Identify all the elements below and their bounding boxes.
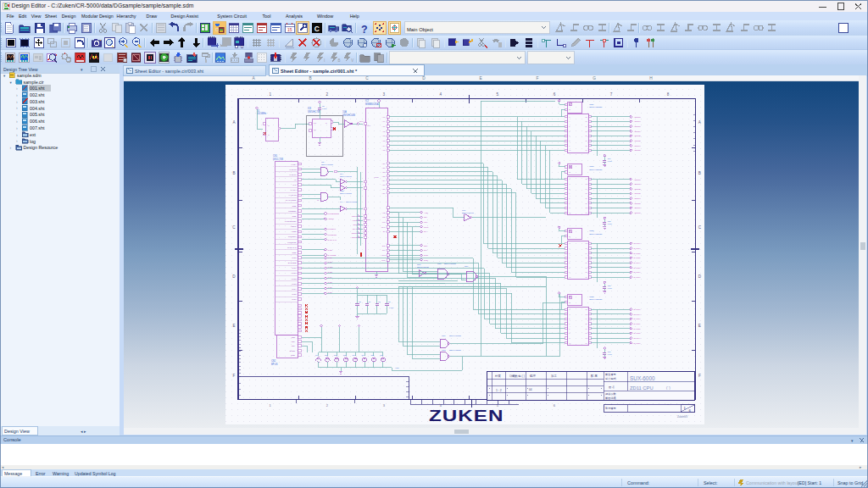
svg-text:B: B <box>309 76 311 80</box>
svg-text:材質: 材質 <box>494 374 501 378</box>
svg-text:DAT11*: DAT11* <box>633 323 640 325</box>
svg-text:1 : 2: 1 : 2 <box>496 389 502 392</box>
svg-text:C-D3: C-D3 <box>328 271 333 273</box>
svg-text:製図流通: 製図流通 <box>605 396 616 400</box>
svg-text:HHS-T3: HHS-T3 <box>289 169 297 170</box>
svg-text:WAIT-CONT: WAIT-CONT <box>286 199 297 201</box>
svg-text:C-D8: C-D8 <box>328 249 333 251</box>
svg-text:C-D2: C-D2 <box>328 266 333 268</box>
svg-text:C-D3: C-D3 <box>292 283 297 285</box>
svg-text:[ED] Start: 1: [ED] Start: 1 <box>798 480 821 485</box>
svg-text:X1: X1 <box>257 109 260 113</box>
svg-text:Analysis: Analysis <box>286 14 303 19</box>
svg-text:PWRDLJ: PWRDLJ <box>328 228 336 230</box>
svg-text:5: 5 <box>569 318 570 319</box>
svg-text:ADR06*: ADR06* <box>633 207 641 209</box>
svg-text:G: G <box>268 134 270 136</box>
svg-text:ADR10*: ADR10* <box>633 125 641 128</box>
svg-text:Snap to Grid: Snap to Grid <box>837 480 863 485</box>
svg-text:006.sht: 006.sht <box>30 119 45 124</box>
svg-text:GND: GND <box>292 215 296 217</box>
svg-text:Select:: Select: <box>704 480 717 485</box>
svg-text:Draw: Draw <box>147 14 158 19</box>
svg-text:DAT06*: DAT06* <box>633 271 640 274</box>
svg-text:RSTIN: RSTIN <box>352 215 358 217</box>
svg-text:?: ? <box>361 24 368 36</box>
svg-text:C: C <box>314 25 320 33</box>
svg-text:IC20: IC20 <box>589 103 594 106</box>
svg-text:5: 5 <box>569 188 570 190</box>
svg-text:◂ ▸: ◂ ▸ <box>81 429 86 434</box>
svg-text:ADR04*: ADR04* <box>633 197 641 200</box>
svg-text:18: 18 <box>586 207 587 208</box>
svg-text:14: 14 <box>586 188 587 190</box>
svg-text:File: File <box>7 14 14 19</box>
svg-text:5: 5 <box>569 125 570 127</box>
svg-text:SID: SID <box>382 245 386 247</box>
svg-text:3: 3 <box>569 308 570 310</box>
svg-text:H: H <box>649 76 653 80</box>
svg-text:003.sht: 003.sht <box>30 99 45 104</box>
svg-text:BP-4S: BP-4S <box>271 363 278 366</box>
svg-text:I: I <box>324 58 325 63</box>
svg-text:Hr.C: Hr.C <box>292 184 297 186</box>
svg-text:14: 14 <box>586 252 587 254</box>
svg-text:ADR05*: ADR05* <box>633 202 641 205</box>
svg-text:6: 6 <box>569 323 570 324</box>
svg-text:PWRDLJ: PWRDLJ <box>288 236 296 237</box>
svg-text:Communication with layout: Communication with layout <box>746 480 799 485</box>
svg-text:7: 7 <box>569 328 570 330</box>
svg-text:log: log <box>30 139 36 144</box>
svg-text:ADR00*: ADR00* <box>633 179 641 181</box>
svg-text:ALE*: ALE* <box>424 212 428 214</box>
svg-text:6: 6 <box>569 257 570 258</box>
svg-text:ADR14*: ADR14* <box>633 145 641 147</box>
svg-text:9: 9 <box>569 145 570 147</box>
svg-text:47uF: 47uF <box>395 367 399 369</box>
svg-text:8: 8 <box>569 140 570 141</box>
svg-text:STS*: STS* <box>424 259 428 261</box>
svg-text:(' '): (' ') <box>666 386 670 390</box>
svg-text:ADR12*: ADR12* <box>633 135 641 137</box>
svg-text:System Circuit: System Circuit <box>217 14 247 19</box>
svg-text:16: 16 <box>586 197 587 199</box>
svg-text:SYNMDB: SYNMDB <box>288 262 297 263</box>
svg-text:PWRONRST: PWRONRST <box>328 213 340 214</box>
svg-text:04: 04 <box>529 388 532 391</box>
svg-text:4: 4 <box>440 92 442 97</box>
svg-text:17: 17 <box>586 267 587 269</box>
svg-text:SN74HC373N: SN74HC373N <box>589 298 602 301</box>
svg-text:GND: GND <box>291 354 295 356</box>
svg-text:Design: Design <box>62 14 76 19</box>
svg-text:C-D4: C-D4 <box>328 276 333 278</box>
svg-text:STS: STS <box>381 259 386 261</box>
svg-text:DAT04*: DAT04* <box>633 262 640 264</box>
svg-text:GND: GND <box>292 252 296 253</box>
svg-text:C-D5: C-D5 <box>292 293 297 295</box>
svg-text:ADR07*: ADR07* <box>633 212 641 214</box>
svg-text:14A: 14A <box>340 201 344 203</box>
svg-text:10A: 10A <box>342 110 347 114</box>
svg-text:7: 7 <box>610 92 613 97</box>
svg-text:Main Object: Main Object <box>407 27 433 32</box>
svg-text:C-D8: C-D8 <box>292 257 297 258</box>
svg-text:B: B <box>232 171 235 175</box>
svg-text:4: 4 <box>569 183 570 185</box>
svg-text:SUX-6000: SUX-6000 <box>630 375 655 381</box>
svg-text:C-D5: C-D5 <box>328 281 333 283</box>
svg-text:DAT08*: DAT08* <box>633 308 640 311</box>
svg-text:3C9: 3C9 <box>465 265 469 268</box>
svg-text:13: 13 <box>586 120 587 122</box>
svg-text:14: 14 <box>586 318 587 319</box>
svg-text:SN74HC08N: SN74HC08N <box>449 335 461 337</box>
svg-text:DXDATA8: DXDATA8 <box>328 239 337 241</box>
svg-text:12: 12 <box>586 178 587 180</box>
svg-text:005.sht: 005.sht <box>30 112 45 117</box>
svg-text:8: 8 <box>667 92 670 97</box>
svg-text:RIN: RIN <box>367 219 370 220</box>
svg-text:19: 19 <box>586 276 587 278</box>
svg-text:SN74HC373N: SN74HC373N <box>589 169 602 171</box>
svg-text:Updated Symbol Log: Updated Symbol Log <box>75 471 116 476</box>
svg-text:DAT15*: DAT15* <box>633 342 640 345</box>
svg-text:9: 9 <box>569 271 570 273</box>
